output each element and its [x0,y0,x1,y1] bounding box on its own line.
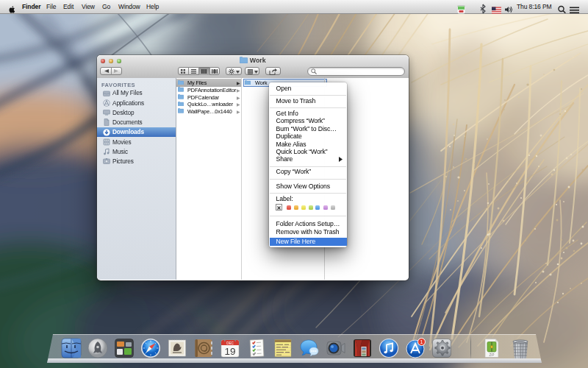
svg-text:ZIP: ZIP [489,353,494,357]
svg-text:19: 19 [224,346,235,357]
svg-text:DEC: DEC [226,342,234,345]
svg-text:1: 1 [420,339,423,344]
